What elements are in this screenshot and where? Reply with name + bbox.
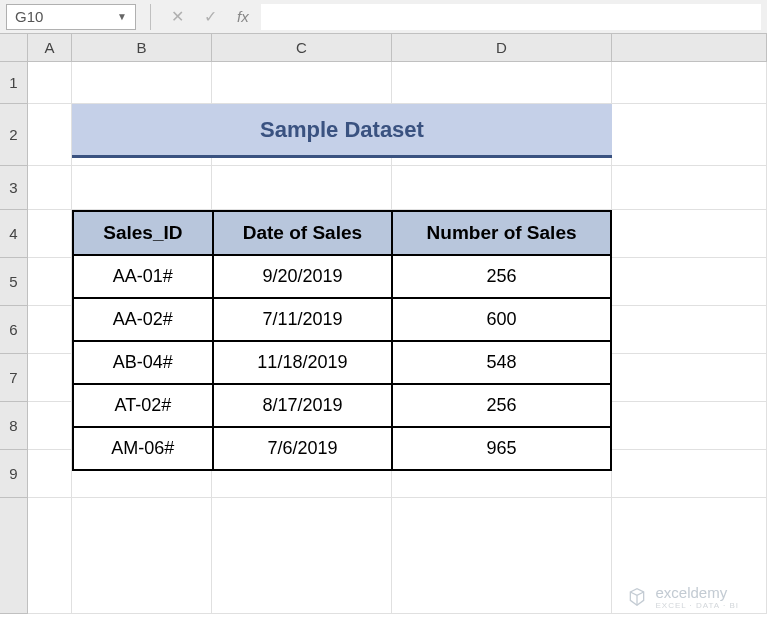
cell-sales-id[interactable]: AM-06#	[73, 427, 213, 470]
row-header-7[interactable]: 7	[0, 354, 28, 402]
sales-table: Sales_ID Date of Sales Number of Sales A…	[72, 210, 612, 471]
table-row: AA-02# 7/11/2019 600	[73, 298, 611, 341]
cell-number[interactable]: 965	[392, 427, 611, 470]
row-headers: 1 2 3 4 5 6 7 8 9	[0, 62, 28, 614]
chevron-down-icon[interactable]: ▼	[117, 11, 127, 22]
cell-number[interactable]: 548	[392, 341, 611, 384]
name-box[interactable]: G10 ▼	[6, 4, 136, 30]
watermark: exceldemy EXCEL · DATA · BI	[627, 584, 739, 610]
cell-date[interactable]: 9/20/2019	[213, 255, 392, 298]
row-header-extra[interactable]	[0, 498, 28, 614]
cell-sales-id[interactable]: AA-01#	[73, 255, 213, 298]
row-header-9[interactable]: 9	[0, 450, 28, 498]
cell-number[interactable]: 256	[392, 384, 611, 427]
col-header-c[interactable]: C	[212, 34, 392, 62]
row-header-3[interactable]: 3	[0, 166, 28, 210]
cells-grid[interactable]: Sample Dataset Sales_ID Date of Sales Nu…	[28, 62, 767, 614]
separator	[150, 4, 151, 30]
cell-date[interactable]: 7/6/2019	[213, 427, 392, 470]
fx-icon[interactable]: fx	[237, 8, 249, 25]
spreadsheet-area: A B C D 1 2 3 4 5 6 7 8 9	[0, 34, 767, 634]
col-header-a[interactable]: A	[28, 34, 72, 62]
enter-icon[interactable]: ✓	[204, 7, 217, 26]
formula-input[interactable]	[261, 4, 761, 30]
header-number[interactable]: Number of Sales	[392, 211, 611, 255]
row-header-4[interactable]: 4	[0, 210, 28, 258]
cell-date[interactable]: 7/11/2019	[213, 298, 392, 341]
table-row: AM-06# 7/6/2019 965	[73, 427, 611, 470]
row-header-1[interactable]: 1	[0, 62, 28, 104]
row-header-6[interactable]: 6	[0, 306, 28, 354]
cell-number[interactable]: 256	[392, 255, 611, 298]
row-header-8[interactable]: 8	[0, 402, 28, 450]
table-row: AT-02# 8/17/2019 256	[73, 384, 611, 427]
cell-date[interactable]: 8/17/2019	[213, 384, 392, 427]
watermark-text-block: exceldemy EXCEL · DATA · BI	[655, 584, 739, 610]
col-header-b[interactable]: B	[72, 34, 212, 62]
watermark-name: exceldemy	[655, 584, 739, 601]
table-row: AB-04# 11/18/2019 548	[73, 341, 611, 384]
col-header-extra[interactable]	[612, 34, 767, 62]
table-row: AA-01# 9/20/2019 256	[73, 255, 611, 298]
header-date[interactable]: Date of Sales	[213, 211, 392, 255]
column-headers: A B C D	[28, 34, 767, 62]
header-sales-id[interactable]: Sales_ID	[73, 211, 213, 255]
row-header-2[interactable]: 2	[0, 104, 28, 166]
table-header-row: Sales_ID Date of Sales Number of Sales	[73, 211, 611, 255]
cell-number[interactable]: 600	[392, 298, 611, 341]
cancel-icon[interactable]: ✕	[171, 7, 184, 26]
formula-controls: ✕ ✓ fx	[159, 7, 261, 26]
dataset-title: Sample Dataset	[72, 104, 612, 158]
logo-icon	[627, 587, 647, 607]
cell-sales-id[interactable]: AB-04#	[73, 341, 213, 384]
col-header-d[interactable]: D	[392, 34, 612, 62]
formula-bar: G10 ▼ ✕ ✓ fx	[0, 0, 767, 34]
row-header-5[interactable]: 5	[0, 258, 28, 306]
select-all-corner[interactable]	[0, 34, 28, 62]
cell-sales-id[interactable]: AA-02#	[73, 298, 213, 341]
cell-sales-id[interactable]: AT-02#	[73, 384, 213, 427]
watermark-tagline: EXCEL · DATA · BI	[655, 601, 739, 610]
cell-date[interactable]: 11/18/2019	[213, 341, 392, 384]
cell-reference: G10	[15, 8, 117, 25]
